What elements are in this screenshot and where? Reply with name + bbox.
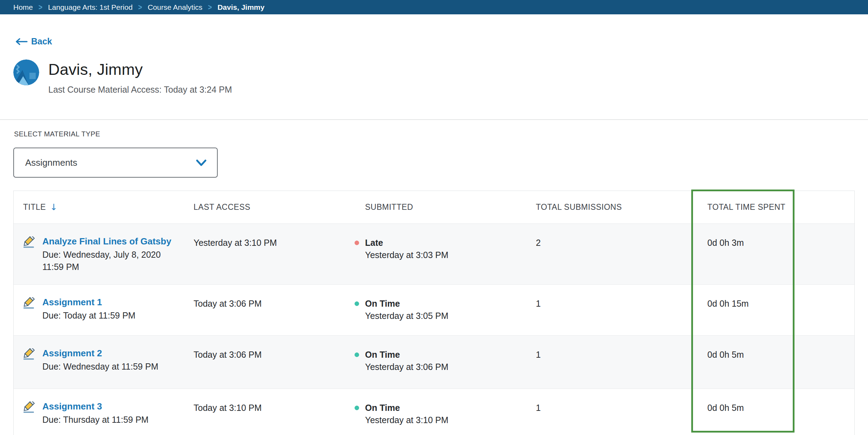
assignment-due-date: Due: Wednesday at 11:59 PM	[42, 361, 158, 373]
page-title: Davis, Jimmy	[48, 60, 232, 79]
status-label: On Time	[365, 349, 400, 361]
assignment-pencil-icon	[23, 348, 35, 373]
total-time-spent-cell: 0d 0h 3m	[692, 224, 795, 249]
table-header-row: TITLE ↓ LAST ACCESS SUBMITTED TOTAL SUBM…	[14, 191, 854, 223]
chevron-down-icon	[196, 159, 206, 166]
avatar-image	[13, 59, 39, 85]
status-dot-on-time	[355, 352, 359, 357]
total-time-spent-cell: 0d 0h 5m	[692, 389, 795, 414]
breadcrumb-home[interactable]: Home	[13, 3, 33, 12]
assignment-due-date: Due: Today at 11:59 PM	[42, 309, 135, 322]
breadcrumb-course[interactable]: Language Arts: 1st Period	[48, 3, 133, 12]
assignment-link[interactable]: Analyze Final Lines of Gatsby	[42, 236, 171, 247]
breadcrumb-separator-icon: >	[208, 3, 212, 12]
assignment-due-date: Due: Wednesday, July 8, 2020 11:59 PM	[42, 249, 165, 273]
breadcrumb: Home > Language Arts: 1st Period > Cours…	[0, 0, 868, 14]
status-label: On Time	[365, 402, 400, 414]
column-header-total-time-spent[interactable]: TOTAL TIME SPENT	[692, 202, 795, 212]
section-divider	[0, 119, 868, 120]
back-arrow-icon	[15, 38, 28, 45]
assignments-table: TITLE ↓ LAST ACCESS SUBMITTED TOTAL SUBM…	[13, 191, 855, 435]
status-dot-on-time	[355, 406, 359, 410]
back-button[interactable]: Back	[15, 36, 52, 47]
status-dot-on-time	[355, 301, 359, 306]
breadcrumb-current-student: Davis, Jimmy	[217, 3, 264, 12]
breadcrumb-separator-icon: >	[138, 3, 142, 12]
last-access-cell: Today at 3:10 PM	[186, 389, 354, 414]
assignment-pencil-icon	[23, 297, 35, 322]
submitted-time: Yesterday at 3:06 PM	[365, 361, 529, 373]
last-access-cell: Yesterday at 3:10 PM	[186, 224, 354, 249]
total-time-spent-cell: 0d 0h 15m	[692, 285, 795, 310]
assignment-pencil-icon	[23, 236, 35, 273]
material-type-value: Assignments	[25, 157, 77, 168]
column-header-last-access[interactable]: LAST ACCESS	[186, 202, 354, 212]
total-submissions-cell: 1	[529, 336, 692, 361]
assignment-due-date: Due: Thursday at 11:59 PM	[42, 414, 148, 426]
status-label: Late	[365, 237, 383, 249]
last-access-cell: Today at 3:06 PM	[186, 285, 354, 310]
material-type-label: SELECT MATERIAL TYPE	[14, 130, 100, 138]
assignment-link[interactable]: Assignment 3	[42, 401, 148, 412]
table-row: Assignment 2 Due: Wednesday at 11:59 PM …	[14, 335, 854, 388]
assignment-pencil-icon	[23, 401, 35, 426]
table-row: Assignment 3 Due: Thursday at 11:59 PM T…	[14, 388, 854, 435]
total-submissions-cell: 1	[529, 389, 692, 414]
avatar	[13, 59, 39, 85]
total-submissions-cell: 2	[529, 224, 692, 249]
last-access-cell: Today at 3:06 PM	[186, 336, 354, 361]
column-header-title[interactable]: TITLE ↓	[14, 202, 186, 212]
status-label: On Time	[365, 298, 400, 310]
assignment-link[interactable]: Assignment 1	[42, 297, 135, 308]
submitted-time: Yesterday at 3:03 PM	[365, 249, 529, 261]
breadcrumb-separator-icon: >	[38, 3, 42, 12]
total-time-spent-cell: 0d 0h 5m	[692, 336, 795, 361]
sort-descending-icon[interactable]: ↓	[50, 202, 57, 212]
table-row: Assignment 1 Due: Today at 11:59 PM Toda…	[14, 284, 854, 335]
total-submissions-cell: 1	[529, 285, 692, 310]
table-row: Analyze Final Lines of Gatsby Due: Wedne…	[14, 223, 854, 284]
student-profile-header: Davis, Jimmy Last Course Material Access…	[13, 59, 232, 95]
last-access-text: Last Course Material Access: Today at 3:…	[48, 85, 232, 95]
status-dot-late	[355, 241, 359, 245]
submitted-time: Yesterday at 3:05 PM	[365, 310, 529, 322]
column-header-title-label: TITLE	[23, 202, 46, 212]
submitted-cell: On Time Yesterday at 3:10 PM	[354, 389, 529, 426]
column-header-total-submissions[interactable]: TOTAL SUBMISSIONS	[529, 202, 692, 212]
submitted-time: Yesterday at 3:10 PM	[365, 414, 529, 426]
assignment-link[interactable]: Assignment 2	[42, 348, 158, 359]
column-header-submitted[interactable]: SUBMITTED	[354, 202, 529, 212]
submitted-cell: On Time Yesterday at 3:05 PM	[354, 285, 529, 322]
material-type-select[interactable]: Assignments	[13, 148, 218, 178]
submitted-cell: On Time Yesterday at 3:06 PM	[354, 336, 529, 373]
submitted-cell: Late Yesterday at 3:03 PM	[354, 224, 529, 261]
breadcrumb-course-analytics[interactable]: Course Analytics	[148, 3, 202, 12]
back-label: Back	[31, 36, 52, 47]
